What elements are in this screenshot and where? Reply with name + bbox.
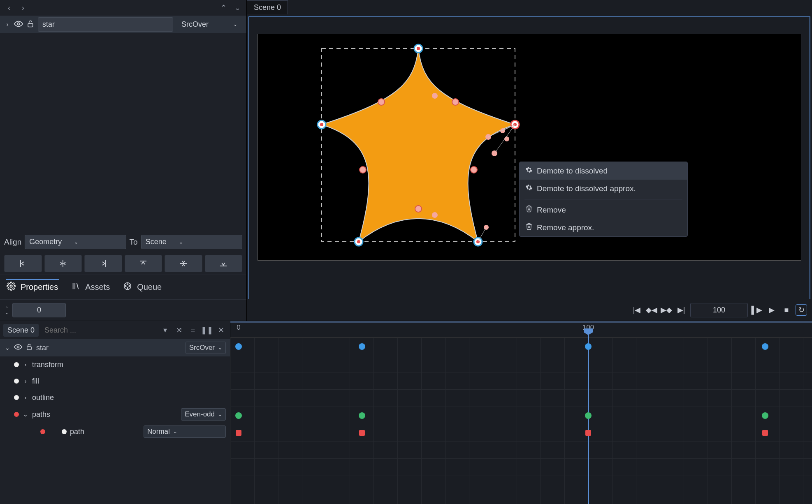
chevron-right-icon[interactable]: › [22,394,29,401]
menu-remove[interactable]: Remove [520,201,687,219]
current-frame-input[interactable] [690,303,748,317]
tree-path-mode-select[interactable]: Normal⌄ [144,425,226,438]
tree-paths-label: paths [32,410,178,419]
layer-name-input[interactable] [38,17,173,32]
keyframe-dot-icon[interactable] [14,412,19,417]
shuffle-icon[interactable]: ⤨ [173,324,185,336]
tab-assets[interactable]: Assets [70,280,111,294]
keyframe[interactable] [585,343,592,350]
goto-start-button[interactable]: |◀ [631,304,643,316]
tree-row-outline[interactable]: › outline [0,389,230,406]
chevron-down-icon: ⌄ [218,412,222,417]
stop-button[interactable]: ■ [781,304,792,316]
scene-tab[interactable]: Scene 0 [247,0,288,14]
keyframe-dot-icon[interactable] [40,429,45,434]
chevron-right-icon[interactable]: › [22,361,29,368]
tree-row-transform[interactable]: › transform [0,356,230,373]
tree-paths-rule-label: Even-odd [185,410,215,418]
number-stepper[interactable]: ⌃⌄ [5,306,8,315]
nav-forward-icon[interactable]: › [17,2,29,14]
keyframe-dot-icon[interactable] [14,362,19,367]
collapse-up-icon[interactable]: ⌃ [218,2,229,14]
chevron-down-icon[interactable]: ⌄ [22,411,29,418]
keyframe[interactable] [585,430,591,436]
keyframe[interactable] [762,343,768,350]
keyframe[interactable] [359,412,365,419]
keyframe[interactable] [585,412,592,419]
tree-row-paths[interactable]: ⌄ paths Even-odd⌄ [0,406,230,423]
number-input[interactable] [12,303,66,317]
timeline[interactable]: 0 100 [230,321,812,504]
tree-row-fill[interactable]: › fill [0,373,230,389]
reel-icon [123,282,132,293]
keyframe[interactable] [359,343,365,350]
visibility-icon[interactable] [14,19,23,30]
star-shape[interactable] [311,38,525,252]
keyframe-dot-icon[interactable] [14,395,19,400]
gear-icon [525,166,533,176]
lock-icon[interactable] [26,20,35,29]
menu-demote-dissolved-approx[interactable]: Demote to dissolved approx. [520,180,687,197]
tree-star-name: star [36,344,182,352]
svg-point-25 [357,240,360,243]
align-to-select[interactable]: Scene ⌄ [141,235,242,249]
svg-point-30 [415,206,422,212]
keyframe[interactable] [359,430,365,436]
play-button[interactable]: ▶ [766,304,777,316]
menu-demote-dissolved[interactable]: Demote to dissolved [520,162,687,180]
align-bottom-button[interactable] [205,255,243,272]
svg-point-32 [378,99,385,105]
nav-back-icon[interactable]: ‹ [3,2,15,14]
search-input[interactable] [41,324,157,337]
expand-down-icon[interactable]: ⌄ [232,2,243,14]
blend-mode-select[interactable]: SrcOver ⌄ [176,18,242,31]
keyframe[interactable] [235,343,242,350]
pause-columns-icon[interactable]: ❚❚ [201,324,213,336]
svg-rect-45 [27,347,32,350]
lock-icon[interactable] [26,343,33,353]
align-center-h-button[interactable] [44,255,82,272]
keyframe-dot-icon[interactable] [62,429,67,434]
tree-transform-label: transform [32,361,226,369]
canvas[interactable]: Demote to dissolved Demote to dissolved … [248,16,810,319]
tab-properties[interactable]: Properties [6,279,59,294]
prev-key-button[interactable]: ◆◀ [646,304,657,316]
keyframe[interactable] [236,430,241,436]
align-mode-select[interactable]: Geometry ⌄ [25,235,126,249]
visibility-icon[interactable] [14,343,22,353]
timeline-ruler[interactable]: 0 100 [230,321,812,338]
tree-row-star[interactable]: ⌄ star SrcOver⌄ [0,339,230,356]
loop-button[interactable]: ↻ [796,304,807,316]
svg-point-16 [127,287,128,289]
chevron-right-icon[interactable]: › [22,378,29,384]
next-key-button[interactable]: ▶◆ [661,304,672,316]
tab-queue[interactable]: Queue [122,280,162,294]
keyframe[interactable] [235,412,242,419]
filter-icon[interactable]: ▾ [159,324,171,336]
align-to-value: Scene [146,238,167,246]
scene-label[interactable]: Scene 0 [3,324,39,337]
svg-line-11 [77,283,79,289]
tree-row-path[interactable]: path Normal⌄ [0,423,230,440]
step-forward-button[interactable]: ▌▶ [751,304,763,316]
chevron-down-icon[interactable]: ⌄ [4,344,11,351]
keyframe-dot-icon[interactable] [14,379,19,384]
align-top-button[interactable] [125,255,162,272]
keyframe[interactable] [762,412,768,419]
tree-paths-rule-select[interactable]: Even-odd⌄ [181,408,226,421]
menu-remove-approx[interactable]: Remove approx. [520,219,687,236]
close-icon[interactable]: ✕ [215,324,227,336]
equals-icon[interactable]: = [187,324,199,336]
align-center-v-button[interactable] [165,255,202,272]
svg-point-15 [129,286,130,287]
align-right-button[interactable] [84,255,122,272]
align-left-button[interactable] [4,255,42,272]
keyframe[interactable] [762,430,768,436]
tree-star-blend-select[interactable]: SrcOver⌄ [186,342,226,354]
svg-point-8 [10,285,12,287]
canvas-inner[interactable]: Demote to dissolved Demote to dissolved … [258,34,801,261]
svg-point-13 [127,284,128,285]
expand-layer-icon[interactable]: › [4,21,11,28]
goto-end-button[interactable]: ▶| [675,304,687,316]
align-label: Align [4,238,21,247]
